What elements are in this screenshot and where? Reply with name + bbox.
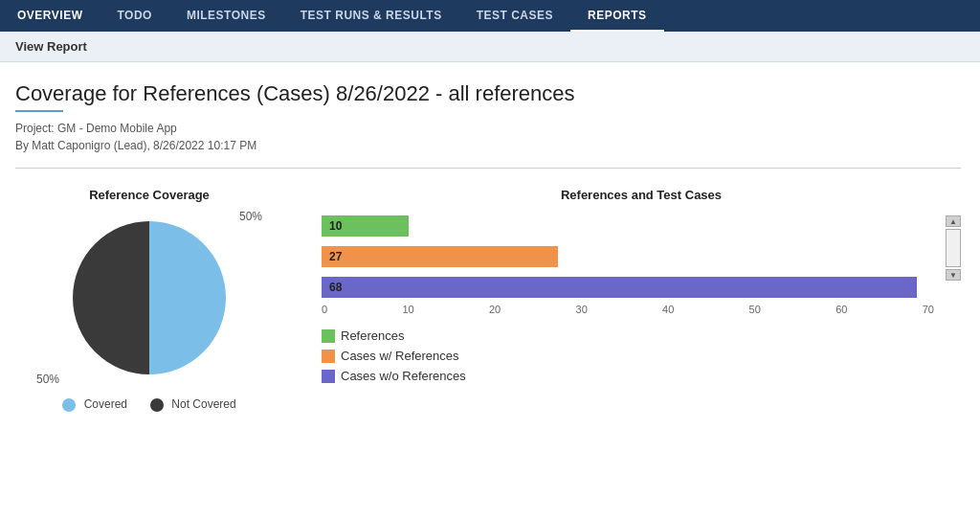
scroll-up-btn[interactable]: ▲ xyxy=(946,215,961,227)
bar-row-references: 10 xyxy=(322,215,934,237)
pie-chart-svg xyxy=(63,212,235,384)
bar-row-cases-without: 68 xyxy=(322,277,934,298)
nav-todo[interactable]: TODO xyxy=(100,0,168,32)
bar-legend-cases-with: Cases w/ References xyxy=(322,349,934,363)
pie-chart-title: Reference Coverage xyxy=(89,188,210,202)
nav-test-cases[interactable]: TEST CASES xyxy=(459,0,570,32)
bar-chart-title: References and Test Cases xyxy=(322,188,961,202)
bar-row-cases-with: 27 xyxy=(322,246,934,267)
scroll-track[interactable] xyxy=(946,229,961,267)
bar-references: 10 xyxy=(322,215,409,237)
pie-legend: Covered Not Covered xyxy=(62,397,235,412)
x-label-30: 30 xyxy=(576,304,588,315)
report-author: By Matt Caponigro (Lead), 8/26/2022 10:1… xyxy=(15,139,961,152)
legend-label-cases-with: Cases w/ References xyxy=(341,349,459,363)
x-label-10: 10 xyxy=(402,304,413,315)
scroll-down-btn[interactable]: ▼ xyxy=(946,269,961,281)
nav-reports[interactable]: REPORTS xyxy=(570,0,664,32)
report-title-underline xyxy=(15,110,63,112)
bar-legend-cases-without: Cases w/o References xyxy=(322,369,934,383)
pie-legend-covered: Covered xyxy=(62,397,127,412)
pie-chart-wrapper: 50% 50% xyxy=(63,212,235,384)
scrollbar[interactable]: ▲ ▼ xyxy=(946,215,961,281)
x-label-50: 50 xyxy=(749,304,761,315)
bar-rows: 10 27 68 xyxy=(322,215,934,298)
legend-rect-references xyxy=(322,329,335,343)
covered-label: Covered xyxy=(84,397,127,411)
pie-legend-not-covered: Not Covered xyxy=(150,397,236,412)
covered-dot xyxy=(62,398,76,412)
not-covered-dot xyxy=(150,398,164,412)
pie-section: Reference Coverage 50% 50% Covered xyxy=(15,188,283,412)
report-divider xyxy=(15,168,961,169)
bar-cases-without: 68 xyxy=(322,277,917,298)
bar-cases-with: 27 xyxy=(322,246,558,267)
breadcrumb-label: View Report xyxy=(15,39,87,54)
x-label-0: 0 xyxy=(322,304,327,315)
bar-cases-with-value: 27 xyxy=(329,250,342,263)
pie-label-top: 50% xyxy=(239,210,262,223)
report-title: Coverage for References (Cases) 8/26/202… xyxy=(15,81,961,106)
nav-overview[interactable]: OVERVIEW xyxy=(0,0,100,32)
nav-bar: OVERVIEW TODO MILESTONES TEST RUNS & RES… xyxy=(0,0,980,32)
breadcrumb: View Report xyxy=(0,32,980,62)
x-label-20: 20 xyxy=(489,304,501,315)
x-axis-labels: 0 10 20 30 40 50 60 70 xyxy=(322,304,934,315)
main-content: Coverage for References (Cases) 8/26/202… xyxy=(0,62,980,431)
not-covered-label: Not Covered xyxy=(171,397,235,411)
nav-test-runs[interactable]: TEST RUNS & RESULTS xyxy=(283,0,459,32)
charts-container: Reference Coverage 50% 50% Covered xyxy=(15,188,961,412)
x-label-70: 70 xyxy=(923,304,934,315)
bar-legend-references: References xyxy=(322,328,934,343)
legend-rect-cases-without xyxy=(322,370,335,383)
nav-milestones[interactable]: MILESTONES xyxy=(169,0,283,32)
bar-references-value: 10 xyxy=(329,219,342,233)
pie-label-bottom: 50% xyxy=(36,373,59,386)
legend-label-cases-without: Cases w/o References xyxy=(341,369,466,383)
legend-rect-cases-with xyxy=(322,350,335,363)
bar-section: References and Test Cases 10 27 xyxy=(322,188,961,383)
x-label-40: 40 xyxy=(662,304,674,315)
report-project: Project: GM - Demo Mobile App xyxy=(15,122,961,135)
bar-cases-without-value: 68 xyxy=(329,281,342,294)
legend-label-references: References xyxy=(341,328,404,343)
x-label-60: 60 xyxy=(835,304,847,315)
